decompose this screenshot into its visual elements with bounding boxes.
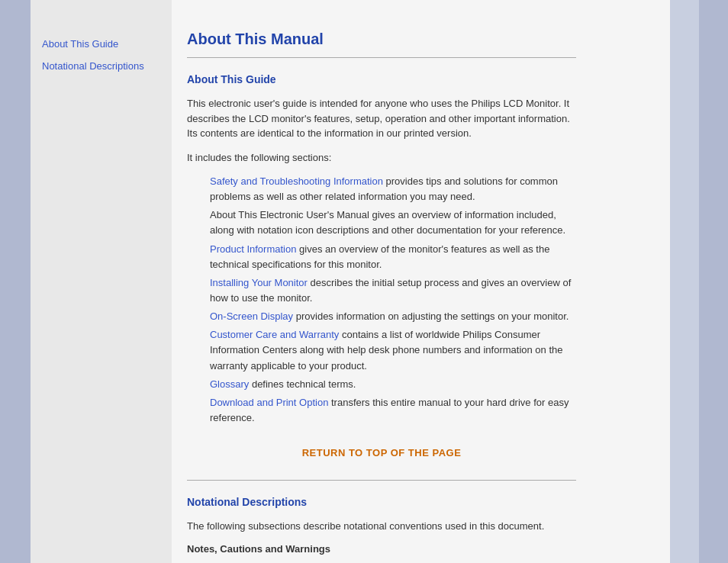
sidebar-item-notational[interactable]: Notational Descriptions: [42, 60, 160, 72]
bottom-divider: [187, 480, 576, 481]
osd-link[interactable]: On-Screen Display: [210, 310, 293, 322]
product-info-link[interactable]: Product Information: [210, 243, 296, 255]
content-inner: About This Manual About This Guide This …: [187, 31, 576, 555]
return-to-top[interactable]: RETURN TO TOP OF THE PAGE: [187, 447, 576, 458]
link-item-installing: Installing Your Monitor describes the in…: [210, 275, 576, 306]
notes-label: Notes, Cautions and Warnings: [187, 543, 576, 555]
electronic-manual-text: About This Electronic User's Manual give…: [210, 208, 576, 238]
link-item-product: Product Information gives an overview of…: [210, 242, 576, 272]
download-link[interactable]: Download and Print Option: [210, 397, 328, 408]
installing-link[interactable]: Installing Your Monitor: [210, 277, 308, 288]
link-item-osd: On-Screen Display provides information o…: [210, 309, 576, 324]
far-right-border: [699, 0, 728, 563]
sidebar-item-about-guide[interactable]: About This Guide: [42, 38, 160, 50]
page-title: About This Manual: [187, 31, 576, 48]
safety-link[interactable]: Safety and Troubleshooting Information: [210, 175, 383, 187]
link-item-safety: Safety and Troubleshooting Information p…: [210, 174, 576, 204]
return-to-top-link[interactable]: RETURN TO TOP OF THE PAGE: [302, 447, 462, 458]
customer-care-link[interactable]: Customer Care and Warranty: [210, 329, 339, 340]
about-guide-paragraph1: This electronic user's guide is intended…: [187, 96, 576, 141]
glossary-link[interactable]: Glossary: [210, 378, 249, 390]
sidebar: About This Guide Notational Descriptions: [31, 0, 172, 563]
link-item-customer-care: Customer Care and Warranty contains a li…: [210, 327, 576, 373]
about-guide-paragraph2: It includes the following sections:: [187, 150, 576, 166]
notational-paragraph: The following subsections describe notat…: [187, 519, 576, 534]
osd-text: provides information on adjusting the se…: [293, 310, 569, 322]
main-content: About This Manual About This Guide This …: [172, 0, 670, 563]
glossary-text: defines technical terms.: [249, 378, 356, 390]
about-guide-heading: About This Guide: [187, 73, 576, 85]
left-border: [0, 0, 31, 563]
link-item-download: Download and Print Option transfers this…: [210, 395, 576, 426]
right-border: [670, 0, 699, 563]
link-item-glossary: Glossary defines technical terms.: [210, 377, 576, 392]
top-divider: [187, 57, 576, 58]
notational-heading: Notational Descriptions: [187, 496, 576, 508]
electronic-manual-body: About This Electronic User's Manual give…: [210, 209, 565, 236]
